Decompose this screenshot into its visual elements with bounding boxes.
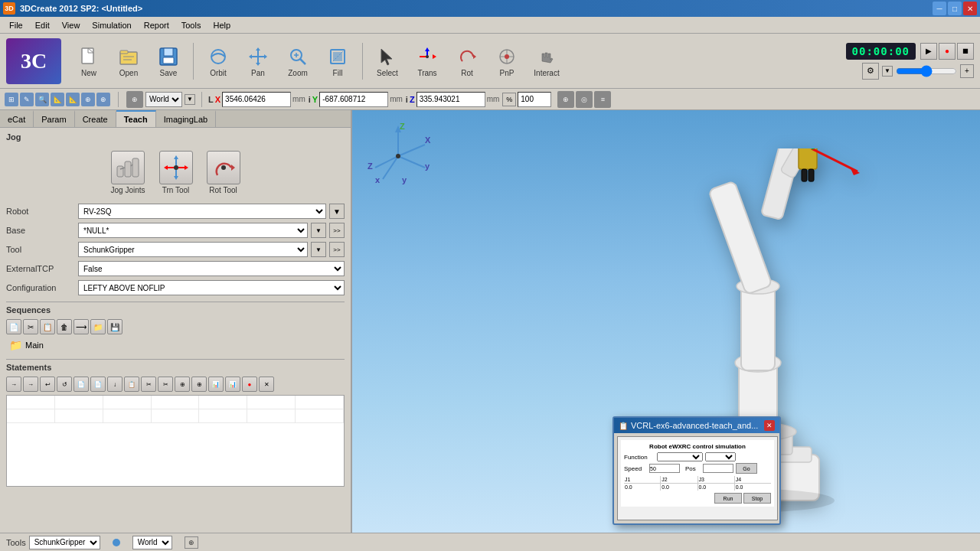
coord-right-1[interactable]: ⊕: [557, 91, 574, 108]
stmt-btn-13[interactable]: 📊: [208, 377, 224, 392]
play-button[interactable]: ▶: [920, 43, 937, 60]
coord-tool-7[interactable]: ⊕: [96, 93, 110, 106]
tab-imaginglab[interactable]: ImagingLab: [156, 110, 217, 127]
stmt-btn-1[interactable]: →: [6, 377, 21, 392]
stmt-btn-5[interactable]: 📄: [74, 377, 89, 392]
maximize-button[interactable]: □: [948, 2, 962, 15]
menu-report[interactable]: Report: [138, 19, 175, 31]
dropdown-icon[interactable]: ▼: [882, 66, 893, 77]
plus-button[interactable]: +: [960, 64, 974, 78]
seq-save-btn[interactable]: 💾: [107, 319, 122, 334]
stop-button[interactable]: ⏹: [957, 43, 974, 60]
coord-right-2[interactable]: ◎: [576, 91, 593, 108]
coord-tool-3[interactable]: 🔍: [35, 93, 49, 106]
stmt-btn-16[interactable]: ✕: [259, 377, 274, 392]
tab-ecat[interactable]: eCat: [0, 110, 34, 127]
robot-arrow[interactable]: ▼: [329, 204, 345, 219]
percent-input[interactable]: [518, 92, 551, 107]
stmt-btn-3[interactable]: ↩: [40, 377, 55, 392]
stmt-btn-8[interactable]: 📋: [124, 377, 139, 392]
popup-function-select[interactable]: [657, 452, 703, 461]
coord-mode-select[interactable]: World: [145, 92, 182, 107]
base-select[interactable]: *NULL*: [78, 223, 308, 238]
tool-arrow-1[interactable]: ▼: [311, 242, 326, 257]
seq-cut-btn[interactable]: ✂: [23, 319, 38, 334]
base-arrow-1[interactable]: ▼: [311, 223, 326, 238]
tool-arrow-2[interactable]: >>: [329, 242, 345, 257]
stmt-btn-15[interactable]: ●: [242, 377, 257, 392]
coord-mode-icon[interactable]: ⊕: [126, 91, 143, 108]
speed-slider[interactable]: [896, 66, 957, 77]
close-button[interactable]: ✕: [963, 2, 977, 15]
menu-help[interactable]: Help: [207, 19, 237, 31]
toolbar-rot-button[interactable]: Rot: [449, 39, 485, 83]
sequence-main[interactable]: 📁 Main: [6, 337, 345, 353]
configuration-select[interactable]: LEFTY ABOVE NOFLIP: [78, 280, 345, 295]
popup-close-button[interactable]: ✕: [764, 420, 775, 431]
stmt-btn-10[interactable]: ✂: [158, 377, 173, 392]
seq-arrow-btn[interactable]: ⟶: [74, 319, 89, 334]
tools-dropdown[interactable]: SchunkGripper: [29, 536, 100, 549]
popup-mode-select[interactable]: [705, 452, 736, 461]
coord-tool-6[interactable]: ⊕: [81, 93, 95, 106]
robot-select[interactable]: RV-2SQ: [78, 204, 326, 219]
y-value-input[interactable]: [319, 92, 388, 107]
minimize-button[interactable]: ─: [933, 2, 946, 15]
seq-copy-btn[interactable]: 📋: [40, 319, 55, 334]
external-tcp-select[interactable]: False: [78, 261, 345, 276]
menu-simulation[interactable]: Simulation: [86, 19, 137, 31]
toolbar-open-button[interactable]: Open: [110, 39, 147, 83]
record-button[interactable]: ●: [939, 43, 956, 60]
coord-tool-5[interactable]: 📐: [66, 93, 80, 106]
tab-param[interactable]: Param: [34, 110, 74, 127]
coord-dropdown-status[interactable]: World: [132, 536, 172, 549]
toolbar-new-button[interactable]: New: [70, 39, 107, 83]
menu-view[interactable]: View: [56, 19, 87, 31]
toolbar-pnp-button[interactable]: PnP: [488, 39, 525, 83]
menu-file[interactable]: File: [3, 19, 29, 31]
toolbar-trans-button[interactable]: Trans: [409, 39, 446, 83]
tab-teach[interactable]: Teach: [116, 110, 156, 127]
status-icon-1[interactable]: ⊕: [185, 536, 198, 549]
popup-stop-button[interactable]: Stop: [743, 493, 771, 504]
z-value-input[interactable]: [416, 92, 485, 107]
popup-pos-input[interactable]: [703, 464, 733, 473]
titlebar-controls[interactable]: ─ □ ✕: [933, 2, 977, 15]
seq-new-btn[interactable]: 📄: [6, 319, 21, 334]
popup-run-button[interactable]: Run: [714, 493, 742, 504]
coord-tool-2[interactable]: ✎: [20, 93, 34, 106]
stmt-btn-6[interactable]: 📄: [90, 377, 106, 392]
tab-create[interactable]: Create: [75, 110, 116, 127]
settings-icon[interactable]: ⚙: [862, 63, 879, 80]
menu-tools[interactable]: Tools: [175, 19, 207, 31]
coord-tool-1[interactable]: ⊞: [5, 93, 18, 106]
toolbar-zoom-button[interactable]: Zoom: [279, 39, 316, 83]
toolbar-interact-button[interactable]: Interact: [528, 39, 565, 83]
seq-folder-btn[interactable]: 📁: [90, 319, 106, 334]
popup-speed-input[interactable]: [649, 464, 680, 473]
coord-tool-4[interactable]: 📐: [51, 93, 64, 106]
stmt-btn-4[interactable]: ↺: [57, 377, 72, 392]
toolbar-fill-button[interactable]: Fill: [319, 39, 356, 83]
seq-delete-btn[interactable]: 🗑: [57, 319, 72, 334]
popup-go-button[interactable]: Go: [736, 463, 757, 474]
stmt-btn-12[interactable]: ⊕: [191, 377, 207, 392]
stmt-btn-9[interactable]: ✂: [141, 377, 156, 392]
toolbar-save-button[interactable]: Save: [150, 39, 187, 83]
coord-dropdown[interactable]: ▼: [185, 94, 195, 105]
menu-edit[interactable]: Edit: [29, 19, 56, 31]
trn-tool-button[interactable]: Trn Tool: [156, 148, 196, 197]
x-value-input[interactable]: [222, 92, 291, 107]
coord-right-3[interactable]: ≡: [594, 91, 611, 108]
viewport[interactable]: Z Z X y x y: [352, 110, 980, 533]
stmt-btn-7[interactable]: ↓: [107, 377, 122, 392]
tool-select[interactable]: SchunkGripper: [78, 242, 308, 257]
toolbar-select-button[interactable]: Select: [369, 39, 406, 83]
jog-joints-button[interactable]: Jog Joints: [107, 148, 148, 197]
popup-window[interactable]: 📋 VCRL-ex6-advanced-teach_and... ✕ Robot…: [612, 416, 781, 525]
stmt-btn-11[interactable]: ⊕: [175, 377, 190, 392]
stmt-btn-2[interactable]: →: [23, 377, 38, 392]
toolbar-pan-button[interactable]: Pan: [240, 39, 276, 83]
toolbar-orbit-button[interactable]: Orbit: [200, 39, 237, 83]
base-arrow-2[interactable]: >>: [329, 223, 345, 238]
